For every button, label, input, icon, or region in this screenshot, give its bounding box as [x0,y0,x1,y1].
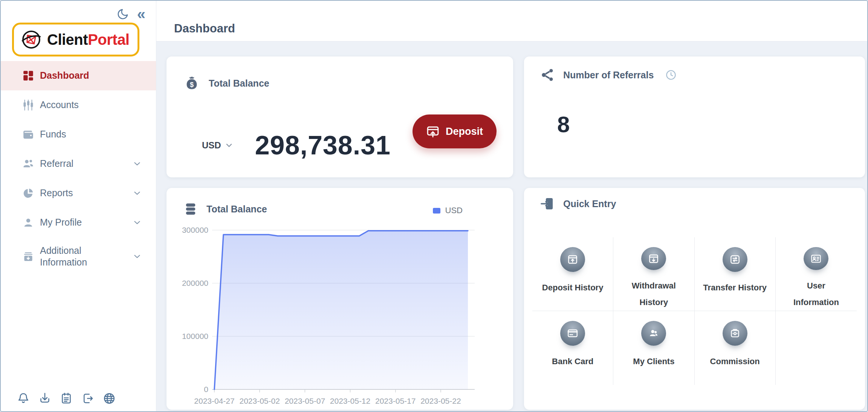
sidebar-item-accounts[interactable]: Accounts [1,90,156,120]
language-button[interactable] [102,392,116,405]
quick-entry-label: Bank Card [552,353,593,370]
sidebar-item-label: Funds [40,128,120,140]
chevron-down-icon [133,159,142,168]
user-information-icon [804,247,828,270]
sidebar-footer [17,392,116,405]
balance-amount: 298,738.31 [255,130,391,160]
quick-entry-commission[interactable]: Commission [695,311,776,385]
quick-entry-empty-cell [776,311,857,385]
svg-text:100000: 100000 [182,332,208,340]
collapse-sidebar-icon: « [137,8,145,20]
svg-text:0: 0 [204,385,208,394]
svg-text:2023-05-12: 2023-05-12 [330,397,370,405]
chevron-down-icon [133,252,142,261]
accounts-icon [22,99,35,111]
dashboard-content: $ Total Balance USD 298,738.31 Deposit [156,41,867,411]
my-clients-icon [641,321,666,346]
quick-entry-transfer-history[interactable]: Transfer History [695,237,776,311]
profile-icon [22,216,35,229]
deposit-button-label: Deposit [446,126,483,137]
svg-text:200000: 200000 [182,279,208,287]
funds-icon [22,128,35,141]
brand-globe-icon [20,28,43,51]
chevron-down-icon [133,189,142,198]
deposit-history-icon [560,247,585,272]
svg-text:2023-05-07: 2023-05-07 [285,397,325,405]
card-title-text: Number of Referrals [563,70,654,81]
quick-entry-user-information[interactable]: User Information [776,237,857,311]
globe-icon [102,392,116,405]
page-title: Dashboard [174,22,235,35]
reports-icon [22,187,35,200]
collapse-sidebar-button[interactable]: « [137,8,145,20]
sidebar: « ClientPortal Dashboard [1,1,156,411]
quick-entry-label: Transfer History [703,279,767,296]
sidebar-item-label: My Profile [40,217,120,228]
download-icon [38,392,52,405]
quick-entry-label: Deposit History [542,279,604,296]
svg-text:$: $ [190,81,194,89]
sidebar-item-dashboard[interactable]: Dashboard [1,61,156,90]
svg-text:2023-04-27: 2023-04-27 [194,397,234,405]
share-icon [541,68,555,82]
top-bar: Dashboard [156,1,867,41]
quick-entry-card-title: Quick Entry [540,196,616,211]
sidebar-item-label: Reports [40,187,120,199]
card-title-text: Total Balance [209,78,269,89]
transfer-history-icon [723,247,747,272]
deposit-button[interactable]: Deposit [413,114,497,148]
sidebar-item-label: Referral [40,158,120,169]
total-balance-card: $ Total Balance USD 298,738.31 Deposit [167,56,513,177]
quick-entry-label: User Information [784,278,848,311]
deposit-card-icon [426,125,440,138]
download-button[interactable] [38,392,52,405]
commission-icon [723,321,747,346]
enter-icon [540,196,555,211]
sidebar-item-label: Accounts [40,99,120,111]
moon-icon [117,8,130,20]
bell-icon [17,392,30,405]
referrals-card: Number of Referrals 8 [524,56,865,177]
withdrawal-history-icon [641,247,666,270]
quick-entry-label: My Clients [633,353,674,370]
quick-entry-label: Commission [710,353,760,370]
referral-icon [22,157,35,170]
currency-select[interactable]: USD [200,140,235,151]
sidebar-menu: Dashboard Accounts Funds Referral [1,61,156,276]
sidebar-top-controls: « [117,8,145,20]
money-bag-icon: $ [183,75,200,92]
sidebar-item-funds[interactable]: Funds [1,120,156,149]
currency-value: USD [202,140,221,151]
sidebar-item-additional-information[interactable]: Additional Information [1,237,156,276]
quick-entry-my-clients[interactable]: My Clients [613,311,694,385]
chevron-down-icon [225,141,233,150]
referrals-count: 8 [557,111,570,137]
balance-chart-card: Total Balance USD 0100000200000300000202… [167,188,513,410]
balance-row: USD 298,738.31 [200,130,391,160]
logout-icon [81,392,95,405]
logout-button[interactable] [81,392,95,405]
quick-entry-grid: Deposit History Withdrawal History Trans… [532,237,857,385]
brand-logo[interactable]: ClientPortal [12,23,139,56]
quick-entry-deposit-history[interactable]: Deposit History [532,237,613,311]
svg-text:2023-05-17: 2023-05-17 [375,397,416,405]
notepad-icon [60,392,73,405]
sidebar-item-my-profile[interactable]: My Profile [1,208,156,237]
sidebar-item-label: Additional Information [40,245,120,269]
quick-entry-withdrawal-history[interactable]: Withdrawal History [613,237,694,311]
referrals-card-title: Number of Referrals [541,68,677,82]
additional-information-icon [22,250,35,263]
notifications-button[interactable] [17,392,30,405]
sidebar-item-reports[interactable]: Reports [1,179,156,208]
notes-button[interactable] [60,392,73,405]
dashboard-icon [22,69,35,82]
bank-card-icon [560,321,585,346]
total-balance-card-title: $ Total Balance [183,75,269,92]
sidebar-item-referral[interactable]: Referral [1,149,156,179]
dark-mode-toggle[interactable] [117,8,130,20]
brand-name: ClientPortal [47,31,129,48]
quick-entry-bank-card[interactable]: Bank Card [532,311,613,385]
sidebar-item-label: Dashboard [40,70,120,81]
svg-text:2023-05-02: 2023-05-02 [239,397,280,405]
quick-entry-label: Withdrawal History [622,278,686,311]
